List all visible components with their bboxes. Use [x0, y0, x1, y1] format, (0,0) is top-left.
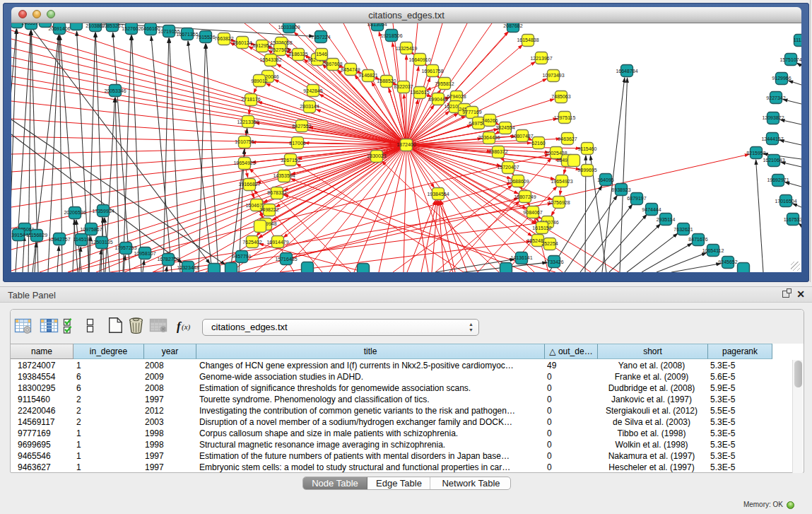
svg-text:8678332: 8678332: [267, 190, 286, 195]
svg-text:9245652: 9245652: [718, 259, 737, 264]
svg-text:19384554: 19384554: [427, 192, 449, 197]
svg-text:20206536: 20206536: [64, 210, 86, 215]
svg-text:9474444: 9474444: [642, 207, 661, 212]
svg-text:16648784: 16648784: [616, 69, 637, 74]
svg-text:15716485: 15716485: [275, 257, 297, 262]
svg-text:9146821: 9146821: [358, 73, 377, 78]
svg-text:7625402: 7625402: [242, 240, 261, 245]
svg-text:16671355: 16671355: [176, 32, 198, 37]
svg-text:989012: 989012: [251, 78, 267, 83]
svg-text:10756928: 10756928: [548, 200, 570, 205]
svg-text:17359934: 17359934: [92, 209, 114, 214]
svg-text:7485063: 7485063: [551, 94, 570, 99]
svg-text:7357224: 7357224: [311, 35, 330, 40]
svg-text:2087682: 2087682: [503, 23, 522, 28]
svg-text:14353594: 14353594: [273, 173, 295, 178]
svg-text:16543382: 16543382: [259, 57, 281, 62]
svg-text:10654112: 10654112: [702, 248, 724, 253]
svg-text:164095: 164095: [597, 177, 613, 182]
svg-text:11325419: 11325419: [396, 46, 418, 51]
svg-text:16033809: 16033809: [278, 25, 300, 30]
svg-text:20691406: 20691406: [48, 26, 70, 31]
svg-text:8427552: 8427552: [292, 124, 311, 129]
svg-text:8912954: 8912954: [252, 43, 271, 48]
svg-text:10973493: 10973493: [542, 73, 564, 78]
svg-text:16914479: 16914479: [266, 240, 288, 245]
svg-text:1167533: 1167533: [784, 217, 801, 222]
svg-text:20053346: 20053346: [104, 88, 126, 93]
svg-text:12213967: 12213967: [530, 56, 552, 61]
svg-text:7955812: 7955812: [435, 81, 454, 86]
svg-text:11123: 11123: [794, 37, 801, 42]
svg-text:19166827: 19166827: [238, 182, 260, 187]
svg-text:7986372: 7986372: [488, 149, 507, 154]
svg-text:12093872: 12093872: [762, 115, 784, 120]
svg-text:9227342: 9227342: [766, 95, 785, 100]
svg-text:12503135: 12503135: [90, 240, 112, 245]
svg-text:19692971: 19692971: [767, 177, 789, 182]
svg-text:1362615: 1362615: [410, 90, 429, 95]
svg-text:114519: 114519: [73, 237, 90, 242]
svg-text:16210643: 16210643: [763, 158, 784, 163]
svg-text:3267150: 3267150: [281, 158, 300, 163]
svg-text:9527505: 9527505: [270, 47, 289, 52]
svg-text:17016504: 17016504: [775, 199, 796, 204]
svg-text:20364436: 20364436: [478, 135, 500, 140]
svg-text:3824554: 3824554: [495, 125, 514, 130]
svg-text:1405571: 1405571: [21, 23, 40, 25]
svg-text:16961758: 16961758: [421, 69, 443, 74]
svg-text:9129966: 9129966: [772, 76, 791, 81]
svg-text:9457791: 9457791: [232, 254, 251, 259]
svg-text:19654923: 19654923: [551, 179, 572, 184]
svg-text:15720407: 15720407: [497, 165, 519, 170]
svg-text:9777169: 9777169: [462, 110, 481, 115]
svg-text:16782759: 16782759: [157, 257, 179, 262]
svg-text:12975115: 12975115: [554, 115, 576, 120]
svg-text:15751074: 15751074: [779, 57, 801, 62]
svg-text:10688609: 10688609: [507, 179, 529, 184]
svg-text:10853267: 10853267: [101, 23, 123, 28]
svg-text:8215958: 8215958: [746, 151, 765, 156]
svg-text:12213369: 12213369: [237, 119, 259, 124]
svg-text:16640910: 16640910: [408, 57, 430, 62]
svg-text:8660124: 8660124: [233, 40, 252, 45]
svg-text:62160: 62160: [531, 141, 546, 146]
svg-text:11156829: 11156829: [26, 233, 47, 238]
svg-text:7632621: 7632621: [673, 227, 693, 232]
svg-text:9084067: 9084067: [523, 210, 542, 215]
svg-text:10975867: 10975867: [80, 227, 102, 232]
svg-text:8813054: 8813054: [367, 23, 387, 27]
svg-text:12942757: 12942757: [48, 237, 70, 242]
svg-text:19218506: 19218506: [380, 33, 402, 38]
svg-text:8454749: 8454749: [341, 67, 360, 72]
svg-text:2867608: 2867608: [323, 62, 342, 66]
svg-text:1010755: 1010755: [235, 139, 254, 144]
svg-text:2803144: 2803144: [300, 104, 319, 109]
svg-text:19654925: 19654925: [233, 160, 255, 165]
svg-text:1588520: 1588520: [377, 78, 396, 83]
svg-text:39154: 39154: [11, 233, 25, 238]
svg-text:8186325: 8186325: [288, 52, 307, 57]
svg-text:10958107: 10958107: [134, 251, 155, 256]
svg-text:1733426: 1733426: [544, 259, 563, 264]
svg-text:14136141: 14136141: [510, 255, 532, 260]
svg-text:9463627: 9463627: [558, 136, 577, 141]
svg-text:1615152: 1615152: [532, 226, 551, 230]
svg-text:(x): (x): [182, 322, 191, 332]
svg-text:3498222: 3498222: [259, 207, 278, 212]
svg-text:16154838: 16154838: [517, 37, 539, 42]
svg-text:10807487: 10807487: [511, 134, 533, 139]
svg-text:8322037: 8322037: [394, 84, 413, 89]
svg-text:746266: 746266: [481, 118, 498, 123]
svg-text:12323448: 12323448: [177, 265, 199, 270]
svg-text:817006: 817006: [289, 141, 305, 146]
svg-text:7515526: 7515526: [196, 35, 215, 40]
svg-text:8990448: 8990448: [428, 97, 447, 102]
svg-text:9899695: 9899695: [577, 168, 596, 173]
svg-text:17957253: 17957253: [114, 245, 136, 250]
svg-text:18807249: 18807249: [514, 194, 536, 199]
svg-text:8471676: 8471676: [688, 237, 707, 242]
svg-text:7663822: 7663822: [214, 36, 233, 41]
svg-text:6794028: 6794028: [447, 94, 466, 99]
svg-text:12444157: 12444157: [761, 136, 783, 141]
